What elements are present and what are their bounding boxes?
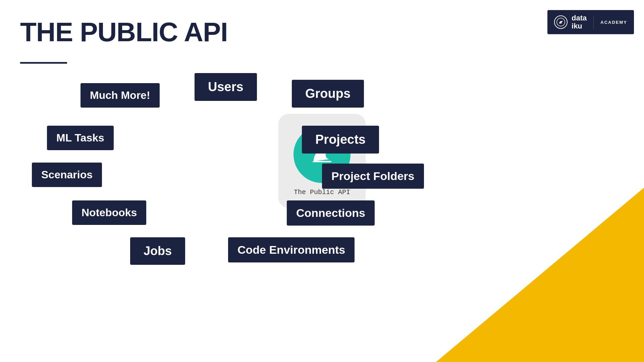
logo-bird-icon: [554, 15, 568, 29]
pill-much-more: Much More!: [80, 83, 160, 108]
svg-rect-3: [313, 161, 331, 162]
pill-projects: Projects: [302, 126, 379, 154]
pill-groups: Groups: [292, 80, 364, 108]
title-underline: [20, 62, 67, 64]
pill-connections: Connections: [287, 200, 375, 226]
decorative-triangle: [436, 188, 644, 362]
logo-divider: [593, 15, 594, 29]
pill-notebooks: Notebooks: [72, 200, 146, 225]
logo-dataiku: data: [572, 14, 587, 22]
logo-area: data iku ACADEMY: [547, 10, 634, 34]
logo-academy-text: ACADEMY: [600, 20, 627, 25]
pill-ml-tasks: ML Tasks: [47, 126, 114, 150]
pill-scenarios: Scenarios: [32, 163, 102, 187]
pill-jobs: Jobs: [130, 237, 185, 265]
svg-point-1: [562, 21, 562, 21]
pill-project-folders: Project Folders: [322, 164, 424, 189]
pill-code-environments: Code Environments: [228, 237, 355, 262]
pill-users: Users: [195, 73, 257, 101]
logo-iku: iku: [572, 22, 587, 30]
card-label: The Public API: [294, 188, 350, 196]
page-title: THE PUBLIC API: [20, 17, 228, 48]
